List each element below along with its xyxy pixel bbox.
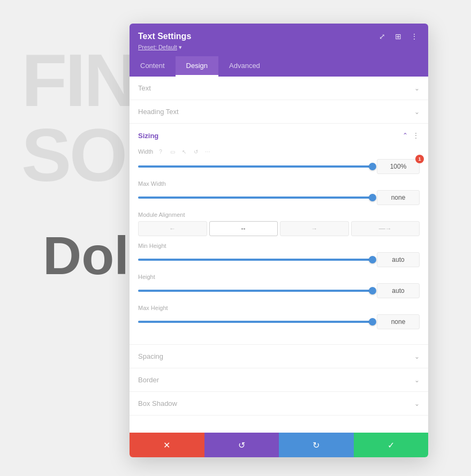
- section-heading-text: Heading Text ⌄: [130, 100, 428, 124]
- max-width-label: Max Width: [138, 180, 166, 187]
- height-slider[interactable]: [138, 290, 373, 292]
- max-width-value-input[interactable]: [377, 190, 420, 205]
- section-spacing-header[interactable]: Spacing ⌄: [130, 345, 428, 368]
- more-icon[interactable]: ⋮: [409, 31, 420, 42]
- max-height-slider[interactable]: [138, 321, 373, 323]
- tab-advanced[interactable]: Advanced: [218, 56, 271, 77]
- panel-title: Text Settings: [138, 32, 191, 41]
- section-sizing-title: Sizing: [138, 132, 158, 140]
- height-slider-fill: [138, 290, 373, 292]
- expand-icon[interactable]: ⤢: [377, 31, 388, 42]
- height-slider-track: [138, 290, 373, 292]
- section-box-shadow-header[interactable]: Box Shadow ⌄: [130, 392, 428, 415]
- bg-word-1: FIN: [21, 43, 136, 118]
- section-spacing-title: Spacing: [138, 352, 163, 360]
- undo-button[interactable]: ↺: [204, 433, 279, 457]
- min-height-label-row: Min Height: [138, 243, 420, 249]
- max-width-slider-thumb[interactable]: [369, 194, 376, 201]
- align-left-btn[interactable]: ←: [138, 221, 207, 236]
- max-width-label-row: Max Width: [138, 180, 420, 187]
- tab-content[interactable]: Content: [130, 56, 176, 77]
- max-height-value-input[interactable]: [377, 314, 420, 329]
- max-height-slider-fill: [138, 321, 373, 323]
- max-height-slider-track: [138, 321, 373, 323]
- min-height-slider-thumb[interactable]: [369, 256, 376, 263]
- module-alignment-row: ← ↔ → —→: [138, 221, 420, 236]
- columns-icon[interactable]: ⊞: [393, 31, 404, 42]
- tab-design[interactable]: Design: [176, 56, 218, 77]
- section-box-shadow: Box Shadow ⌄: [130, 392, 428, 415]
- width-slider-row: 1: [138, 159, 420, 174]
- section-text-title: Text: [138, 84, 151, 92]
- width-value-box: 1: [377, 159, 420, 174]
- section-border-title: Border: [138, 376, 159, 384]
- width-device-icon[interactable]: ▭: [168, 147, 177, 156]
- max-width-slider-track: [138, 197, 373, 199]
- max-height-label: Max Height: [138, 305, 168, 311]
- section-border: Border ⌄: [130, 368, 428, 392]
- min-height-value-input[interactable]: [377, 252, 420, 267]
- module-alignment-label: Module Alignment: [138, 211, 185, 218]
- section-sizing-header[interactable]: Sizing ⌃ ⋮: [130, 124, 428, 147]
- min-height-label: Min Height: [138, 243, 166, 249]
- max-height-slider-thumb[interactable]: [369, 318, 376, 326]
- spacing-chevron-icon: ⌄: [414, 353, 420, 360]
- align-right-btn[interactable]: →: [280, 221, 349, 236]
- height-value-input[interactable]: [377, 283, 420, 298]
- min-height-slider-track: [138, 259, 373, 261]
- align-center-btn[interactable]: ↔: [209, 221, 278, 236]
- cancel-button[interactable]: ✕: [130, 433, 204, 457]
- save-button[interactable]: ✓: [354, 433, 429, 457]
- width-slider-fill: [138, 165, 373, 168]
- panel-preset: Preset: Default ▾: [138, 44, 420, 51]
- height-slider-thumb[interactable]: [369, 287, 376, 294]
- max-width-slider-fill: [138, 197, 373, 199]
- width-label: Width: [138, 148, 153, 155]
- width-options-icon[interactable]: ⋯: [203, 147, 212, 156]
- width-reset-icon[interactable]: ↺: [192, 147, 200, 156]
- border-chevron-icon: ⌄: [414, 376, 420, 384]
- width-help-icon[interactable]: ?: [156, 147, 165, 156]
- section-heading-text-header[interactable]: Heading Text ⌄: [130, 100, 428, 123]
- max-height-slider-row: [138, 314, 420, 329]
- section-border-header[interactable]: Border ⌄: [130, 368, 428, 391]
- section-sizing: Sizing ⌃ ⋮ Width ? ▭ ↖ ↺ ⋯: [130, 124, 428, 345]
- width-label-row: Width ? ▭ ↖ ↺ ⋯: [138, 147, 420, 156]
- panel-body: Text ⌄ Heading Text ⌄ Sizing ⌃ ⋮: [130, 77, 428, 433]
- sizing-more-icon[interactable]: ⋮: [412, 131, 420, 140]
- width-badge: 1: [415, 155, 424, 163]
- section-text: Text ⌄: [130, 77, 428, 100]
- width-slider[interactable]: [138, 165, 373, 168]
- panel-header: Text Settings ⤢ ⊞ ⋮ Preset: Default ▾: [130, 24, 428, 56]
- heading-text-chevron-icon: ⌄: [414, 108, 420, 116]
- section-text-header[interactable]: Text ⌄: [130, 77, 428, 100]
- section-heading-text-title: Heading Text: [138, 108, 179, 116]
- section-box-shadow-title: Box Shadow: [138, 399, 177, 407]
- sizing-chevron-icon: ⌃: [402, 132, 408, 139]
- min-height-slider[interactable]: [138, 259, 373, 261]
- height-slider-row: [138, 283, 420, 298]
- redo-button[interactable]: ↻: [279, 433, 354, 457]
- min-height-slider-fill: [138, 259, 373, 261]
- width-slider-thumb[interactable]: [369, 163, 376, 170]
- text-chevron-icon: ⌄: [414, 85, 420, 92]
- section-spacing: Spacing ⌄: [130, 345, 428, 368]
- box-shadow-chevron-icon: ⌄: [414, 400, 420, 407]
- max-width-slider[interactable]: [138, 197, 373, 199]
- panel-footer: ✕ ↺ ↻ ✓: [130, 433, 428, 457]
- panel-tabs: Content Design Advanced: [130, 56, 428, 77]
- module-alignment-label-row: Module Alignment: [138, 211, 420, 218]
- align-none-btn[interactable]: —→: [351, 221, 420, 236]
- max-height-label-row: Max Height: [138, 305, 420, 311]
- text-settings-panel: Text Settings ⤢ ⊞ ⋮ Preset: Default ▾ Co…: [130, 24, 428, 457]
- max-width-slider-row: [138, 190, 420, 205]
- height-label-row: Height: [138, 274, 420, 280]
- width-value-input[interactable]: [377, 159, 420, 174]
- width-slider-track: [138, 165, 373, 168]
- sizing-content: Width ? ▭ ↖ ↺ ⋯ 1: [130, 147, 428, 344]
- width-arrow-icon[interactable]: ↖: [180, 147, 188, 156]
- height-label: Height: [138, 274, 155, 280]
- panel-header-icons: ⤢ ⊞ ⋮: [377, 31, 420, 42]
- min-height-slider-row: [138, 252, 420, 267]
- panel-title-row: Text Settings ⤢ ⊞ ⋮: [138, 31, 420, 42]
